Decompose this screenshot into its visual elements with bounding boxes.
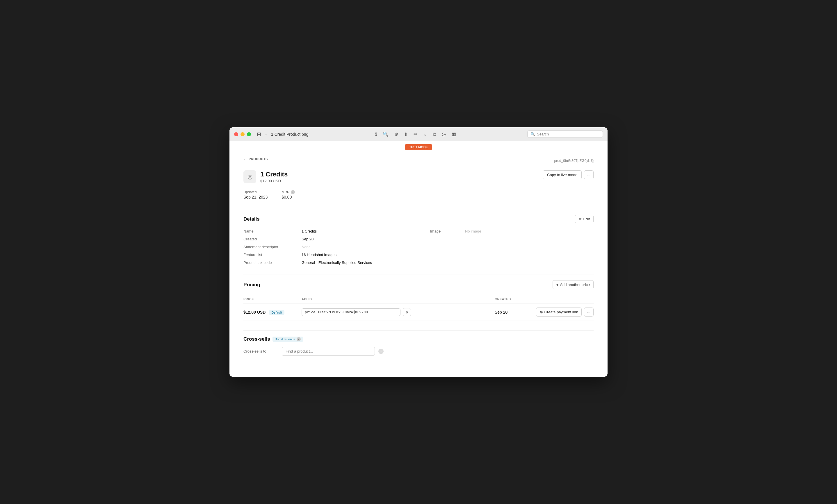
- edit-label: Edit: [583, 217, 590, 221]
- cross-sells-header: Cross-sells Boost revenue i: [244, 336, 593, 342]
- pricing-title: Pricing: [244, 282, 260, 288]
- product-id-value: prod_0fuGl39TpEG0yL: [554, 159, 590, 163]
- copy-api-id-button[interactable]: [403, 308, 411, 316]
- share-icon[interactable]: ⬆: [402, 130, 409, 138]
- created-label: Created: [244, 237, 302, 241]
- close-button[interactable]: [234, 132, 238, 136]
- col-actions-header: [530, 295, 593, 303]
- more-options-button[interactable]: ···: [584, 170, 593, 179]
- boost-label: Boost revenue: [275, 337, 296, 341]
- search-icon: 🔍: [531, 132, 535, 136]
- divider-3: [244, 330, 593, 331]
- zoom-out-icon[interactable]: 🔍: [381, 130, 390, 138]
- cross-sells-input[interactable]: [282, 347, 375, 356]
- product-id-row: prod_0fuGl39TpEG0yL ⎘: [554, 158, 593, 163]
- header-actions: Copy to live mode ···: [543, 170, 593, 179]
- price-more-button[interactable]: ···: [584, 307, 593, 317]
- updated-meta: Updated Sep 21, 2023: [244, 190, 268, 199]
- main-window: ⊟ ⌄ 1 Credit Product.png ℹ 🔍 ⊕ ⬆ ✏ ⌄ ⧉ ◎…: [230, 127, 607, 377]
- details-grid: Name 1 Credits Image No image Created Se…: [244, 229, 593, 265]
- image-label: Image: [430, 229, 465, 234]
- price-amount: $12.00 USD: [244, 310, 266, 315]
- details-section: Details Edit Name 1 Credits Image No ima…: [244, 215, 593, 265]
- meta-row: Updated Sep 21, 2023 MRR i $0.00: [244, 190, 593, 199]
- pricing-section-header: Pricing Add another price: [244, 280, 593, 289]
- mrr-label: MRR i: [282, 190, 295, 194]
- feature-label: Feature list: [244, 253, 302, 257]
- product-icon: ◎: [244, 170, 256, 183]
- default-badge: Default: [269, 310, 284, 315]
- add-price-button[interactable]: Add another price: [553, 280, 593, 289]
- price-row: $12.00 USD Default: [244, 303, 593, 321]
- create-link-label: Create payment link: [545, 310, 578, 314]
- zoom-in-icon[interactable]: ⊕: [393, 130, 400, 138]
- product-name-group: 1 Credits $12.00 USD: [260, 171, 288, 183]
- pricing-section: Pricing Add another price PRICE API ID C…: [244, 280, 593, 321]
- tax-label: Product tax code: [244, 260, 302, 265]
- price-cell: $12.00 USD Default: [244, 303, 302, 321]
- cross-sells-title: Cross-sells: [244, 336, 270, 342]
- edit-button[interactable]: Edit: [575, 215, 593, 223]
- row-actions: Create payment link ···: [530, 307, 593, 317]
- grid-icon[interactable]: ▦: [450, 130, 458, 138]
- window-icon[interactable]: ⧉: [431, 131, 438, 138]
- feature-value: 16 Headshot Images: [302, 253, 430, 257]
- page-content: TEST MODE ← PRODUCTS prod_0fuGl39TpEG0yL…: [230, 141, 607, 377]
- cross-sells-section: Cross-sells Boost revenue i Cross-sells …: [244, 336, 593, 356]
- search-input[interactable]: [537, 132, 600, 136]
- api-id-row: [302, 308, 495, 316]
- pricing-table: PRICE API ID CREATED $12.00 USD Default: [244, 295, 593, 321]
- statement-value: None: [302, 245, 430, 249]
- cross-sells-info-icon[interactable]: i: [378, 349, 384, 354]
- product-title: 1 Credits: [260, 171, 288, 178]
- col-created-header: CREATED: [495, 295, 530, 303]
- product-header: ◎ 1 Credits $12.00 USD Copy to live mode…: [244, 170, 593, 183]
- mrr-value: $0.00: [282, 195, 295, 199]
- copy-to-live-button[interactable]: Copy to live mode: [543, 170, 582, 179]
- copy-id-icon[interactable]: ⎘: [591, 158, 593, 163]
- product-icon-symbol: ◎: [248, 173, 252, 180]
- cross-sells-label: Cross-sells to: [244, 349, 278, 353]
- pen-chevron-icon[interactable]: ⌄: [422, 130, 429, 138]
- chevron-down-icon[interactable]: ⌄: [265, 132, 268, 136]
- maximize-button[interactable]: [247, 132, 251, 136]
- pen-icon[interactable]: ✏: [412, 130, 419, 138]
- main-content: ← PRODUCTS prod_0fuGl39TpEG0yL ⎘ ◎ 1 Cre…: [230, 151, 607, 377]
- traffic-lights: [234, 132, 251, 136]
- tax-value: General - Electronically Supplied Servic…: [302, 260, 430, 265]
- api-id-cell: [302, 303, 495, 321]
- breadcrumb[interactable]: ← PRODUCTS: [244, 157, 268, 161]
- plus-icon: [556, 282, 559, 287]
- pencil-icon: [579, 217, 582, 221]
- toolbar-icons: ℹ 🔍 ⊕ ⬆ ✏ ⌄ ⧉ ◎ ▦: [373, 130, 458, 138]
- add-price-label: Add another price: [560, 282, 590, 287]
- copy-icon: [406, 310, 408, 315]
- col-price-header: PRICE: [244, 295, 302, 303]
- bookmark-icon[interactable]: ◎: [440, 130, 448, 138]
- back-arrow-icon: ←: [244, 157, 247, 161]
- info-icon[interactable]: ℹ: [373, 130, 379, 138]
- statement-label: Statement descriptor: [244, 245, 302, 249]
- minimize-button[interactable]: [241, 132, 245, 136]
- test-mode-badge: TEST MODE: [405, 144, 432, 150]
- boost-badge: Boost revenue i: [272, 337, 303, 342]
- sidebar-toggle-icon[interactable]: ⊟: [257, 131, 261, 137]
- cross-sells-row: Cross-sells to i: [244, 347, 593, 356]
- product-price: $12.00 USD: [260, 179, 288, 183]
- window-title: 1 Credit Product.png: [271, 132, 308, 137]
- col-apiid-header: API ID: [302, 295, 495, 303]
- boost-info-icon[interactable]: i: [297, 337, 301, 341]
- actions-cell: Create payment link ···: [530, 303, 593, 321]
- create-payment-link-button[interactable]: Create payment link: [536, 307, 582, 317]
- image-value: No image: [465, 229, 593, 234]
- created-value: Sep 20: [302, 237, 430, 241]
- updated-label: Updated: [244, 190, 268, 194]
- name-value: 1 Credits: [302, 229, 430, 234]
- details-section-header: Details Edit: [244, 215, 593, 223]
- api-id-input[interactable]: [302, 309, 400, 316]
- search-bar[interactable]: 🔍: [527, 131, 603, 138]
- mrr-meta: MRR i $0.00: [282, 190, 295, 199]
- mrr-info-icon[interactable]: i: [291, 190, 295, 194]
- divider-1: [244, 209, 593, 209]
- top-banner: TEST MODE: [230, 141, 607, 151]
